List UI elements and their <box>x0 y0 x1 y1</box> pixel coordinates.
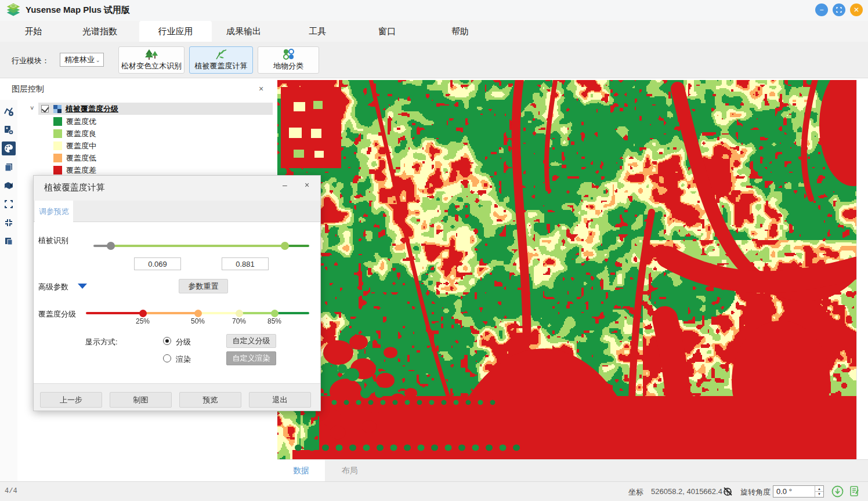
menu-tab-output[interactable]: 成果输出 <box>214 21 274 42</box>
coord-label: 坐标 <box>628 487 643 498</box>
layer-tree-root-row[interactable]: 植被覆盖度分级 <box>38 103 273 115</box>
restore-button[interactable] <box>833 3 845 16</box>
grade-handle-25[interactable] <box>139 310 147 317</box>
tree-expand-icon[interactable]: ˅ <box>30 104 34 111</box>
veg-min-input[interactable]: 0.069 <box>134 257 181 270</box>
make-map-button[interactable]: 制图 <box>110 392 172 408</box>
log-report-icon[interactable] <box>848 485 861 498</box>
title-bar: Yusense Map Plus 试用版 − ✕ <box>0 0 868 21</box>
dialog-title: 植被覆盖度计算 <box>44 182 105 193</box>
dialog-close-icon[interactable]: × <box>302 180 312 190</box>
landcover-classify-button[interactable]: 地物分类 <box>258 46 319 74</box>
module-dropdown-value: 精准林业 <box>64 55 95 65</box>
application-window: Yusense Map Plus 试用版 − ✕ 开始 光谱指数 行业应用 成果… <box>0 0 868 501</box>
reset-params-button[interactable]: 参数重置 <box>179 279 228 293</box>
legend-item: 覆盖度良 <box>53 128 96 140</box>
app-title: Yusense Map Plus 试用版 <box>26 5 130 16</box>
layer-visibility-checkbox[interactable] <box>41 105 49 112</box>
fit-view-icon[interactable] <box>2 216 16 230</box>
layer-panel-close-icon[interactable]: × <box>259 84 263 93</box>
map-view[interactable] <box>277 80 856 459</box>
map-right-gutter <box>856 80 868 459</box>
ribbon-toolbar: 行业模块： 精准林业 ⌄ 松材变色立木识别 植被覆盖度计算 <box>0 42 868 78</box>
spin-up-icon: ▲ <box>815 486 823 491</box>
fern-leaf-icon <box>214 49 228 60</box>
vegetation-coverage-dialog: 植被覆盖度计算 – × 调参预览 植被识别 0.069 0.881 高级参数 参… <box>33 175 321 411</box>
restore-icon <box>836 7 842 13</box>
pine-wilt-detect-button[interactable]: 松材变色立木识别 <box>118 46 185 74</box>
page-indicator: 4/4 <box>5 487 17 495</box>
radio-grade[interactable] <box>163 337 171 345</box>
dialog-footer: 上一步 制图 预览 退出 <box>34 383 320 411</box>
grade-handle-70[interactable] <box>236 310 243 317</box>
layer-tool-strip <box>0 100 17 481</box>
menu-tab-spectral-index[interactable]: 光谱指数 <box>68 21 131 42</box>
menu-tab-tools[interactable]: 工具 <box>291 21 343 42</box>
dialog-tab-strip: 调参预览 <box>34 201 320 222</box>
preview-button[interactable]: 预览 <box>179 392 241 408</box>
radio-render[interactable] <box>163 354 171 362</box>
legend-item: 覆盖度优 <box>53 115 96 128</box>
rotate-angle-spinbox[interactable]: 0.0 ° ▲▼ <box>773 485 824 498</box>
spinner-arrows[interactable]: ▲▼ <box>815 486 823 497</box>
menu-tab-industry-apps[interactable]: 行业应用 <box>139 21 212 42</box>
veg-range-min-handle[interactable] <box>107 242 115 250</box>
display-mode-label: 显示方式: <box>85 337 118 347</box>
grade-mark-25: 25% <box>136 317 150 325</box>
layer-panel-title: 图层控制 <box>12 84 44 95</box>
module-label: 行业模块： <box>12 56 49 66</box>
landcover-classify-label: 地物分类 <box>273 61 303 71</box>
prev-step-button[interactable]: 上一步 <box>40 392 102 408</box>
veg-range-max-handle[interactable] <box>281 242 289 250</box>
grade-handle-50[interactable] <box>194 310 202 317</box>
advanced-params-label[interactable]: 高级参数 <box>38 282 68 292</box>
vegetation-coverage-button[interactable]: 植被覆盖度计算 <box>189 46 253 74</box>
download-icon[interactable] <box>831 485 844 498</box>
custom-grade-button[interactable]: 自定义分级 <box>226 334 276 348</box>
tab-layout-view[interactable]: 布局 <box>325 460 374 482</box>
grade-mark-85: 85% <box>267 317 281 325</box>
grade-mark-50: 50% <box>191 317 205 325</box>
palette-icon[interactable] <box>2 141 16 155</box>
advanced-expand-icon[interactable] <box>78 284 87 289</box>
tab-param-preview[interactable]: 调参预览 <box>35 201 73 222</box>
tab-data-view[interactable]: 数据 <box>277 460 325 482</box>
legend-item: 覆盖度中 <box>53 140 96 152</box>
legend-swatch-excellent <box>53 117 62 126</box>
raster-settings-icon[interactable] <box>2 123 16 137</box>
mouse-coords-icon[interactable] <box>721 485 734 498</box>
legend-swatch-poor <box>53 166 62 175</box>
grading-label: 覆盖度分级 <box>38 309 76 320</box>
map-canvas[interactable] <box>277 80 856 459</box>
exit-button[interactable]: 退出 <box>249 392 311 408</box>
custom-render-button[interactable]: 自定义渲染 <box>226 351 276 365</box>
legend-item: 覆盖度低 <box>53 152 96 164</box>
minimize-button[interactable]: − <box>815 3 828 16</box>
menu-tab-window[interactable]: 窗口 <box>361 21 413 42</box>
menu-tab-start[interactable]: 开始 <box>12 21 55 42</box>
module-dropdown[interactable]: 精准林业 ⌄ <box>60 53 104 67</box>
radio-grade-label[interactable]: 分级 <box>176 337 191 347</box>
veg-max-input[interactable]: 0.881 <box>222 257 269 270</box>
layer-name[interactable]: 植被覆盖度分级 <box>66 104 118 114</box>
rotate-angle-value: 0.0 ° <box>776 487 792 496</box>
legend-swatch-low <box>53 154 62 162</box>
vegetation-coverage-label: 植被覆盖度计算 <box>195 61 248 71</box>
menu-tab-help[interactable]: 帮助 <box>434 21 486 42</box>
classify-circles-icon <box>282 49 295 60</box>
vector-settings-icon[interactable] <box>2 104 16 118</box>
layers-icon[interactable] <box>2 160 16 174</box>
copy-layer-icon[interactable] <box>2 234 16 248</box>
app-logo-icon <box>5 2 22 19</box>
close-button[interactable]: ✕ <box>850 3 863 16</box>
grade-handle-85[interactable] <box>271 310 279 317</box>
basemap-pin-icon[interactable] <box>2 179 16 193</box>
radio-render-label[interactable]: 渲染 <box>176 354 191 365</box>
dialog-minimize-icon[interactable]: – <box>280 180 290 190</box>
veg-detect-label: 植被识别 <box>38 235 68 246</box>
full-extent-icon[interactable] <box>2 197 16 211</box>
grade-mark-70: 70% <box>232 317 246 325</box>
spin-down-icon: ▼ <box>815 491 823 496</box>
chevron-down-icon: ⌄ <box>96 57 100 63</box>
dialog-content: 植被识别 0.069 0.881 高级参数 参数重置 覆盖度分级 <box>34 222 320 383</box>
